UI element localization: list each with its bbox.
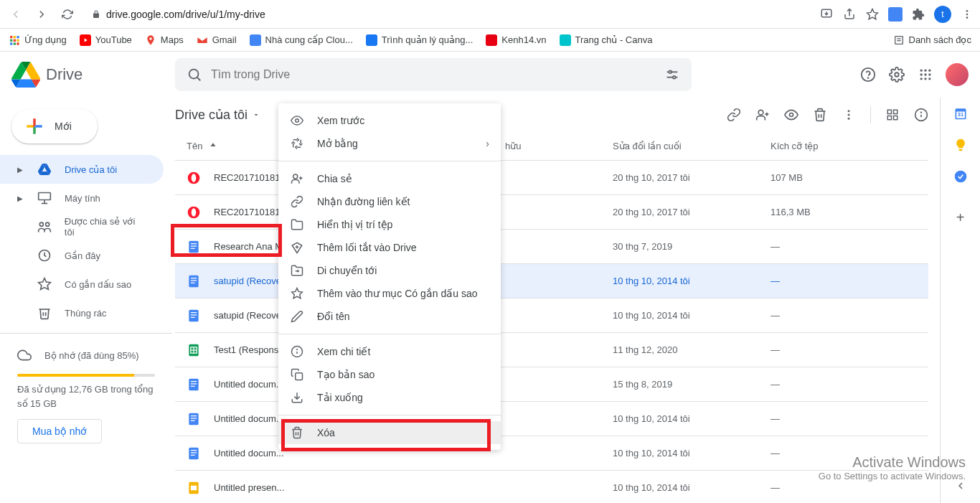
svg-line-20 [197,77,201,81]
svg-rect-11 [10,42,12,44]
svg-rect-37 [39,193,51,200]
bookmark-icon [250,34,261,46]
bookmark-item[interactable]: Gmail [197,34,237,46]
collapse-panel-icon[interactable] [955,480,966,492]
forward-button[interactable] [32,4,52,24]
breadcrumb[interactable]: Drive của tôi [175,107,260,123]
sidebar: Mới ▶Drive của tôi▶Máy tínhĐược chia sẻ … [0,98,172,503]
sidebar-item-2[interactable]: Được chia sẻ với tôi [0,212,164,241]
apps-icon [9,34,20,46]
storage-item[interactable]: Bộ nhớ (đã dùng 85%) [17,342,155,368]
submenu-arrow-icon: › [486,138,489,149]
get-link-icon[interactable] [727,108,741,122]
sidebar-item-4[interactable]: Có gắn dấu sao [0,270,164,298]
search-bar[interactable] [175,58,692,91]
ctx-download[interactable]: Tải xuống [278,386,501,409]
ctx-copy[interactable]: Tạo bản sao [278,363,501,386]
buy-storage-button[interactable]: Mua bộ nhớ [17,419,102,443]
ctx-link[interactable]: Nhận đường liên kết [278,190,501,213]
new-button[interactable]: Mới [11,109,98,144]
calendar-icon[interactable]: 31 [953,106,968,121]
bookmark-icon [560,34,571,46]
content-area: Drive của tôi Tên hữu Sửa đổi lần cuối [172,98,940,503]
bookmark-item[interactable]: YouTube [80,34,132,46]
file-modified: 10 thg 10, 2014 tôi [613,448,771,459]
trash-icon[interactable] [813,108,827,122]
sidebar-item-0[interactable]: ▶Drive của tôi [0,155,164,184]
extensions-puzzle-icon[interactable] [911,7,925,22]
ctx-label: Mở bằng [317,138,358,149]
share-icon[interactable] [842,7,857,22]
storage-text: Đã sử dụng 12,76 GB trong tổng số 15 GB [17,382,155,410]
more-icon[interactable] [842,108,856,122]
sidebar-item-3[interactable]: Gần đây [0,241,164,270]
svg-point-44 [758,110,763,115]
sidebar-item-1[interactable]: ▶Máy tính [0,184,164,212]
keep-icon[interactable] [953,138,968,152]
ctx-move[interactable]: Di chuyển tới [278,259,501,282]
ctx-open[interactable]: Mở bằng› [278,132,501,155]
search-icon [187,67,202,83]
bookmark-item[interactable]: Nhà cung cấp Clou... [250,34,353,46]
settings-icon[interactable] [888,66,905,83]
col-modified[interactable]: Sửa đổi lần cuối [613,141,771,151]
ctx-folder[interactable]: Hiển thị vị trí tệp [278,213,501,236]
info-icon [290,344,304,359]
apps-grid-icon[interactable] [917,66,934,83]
sidebar-label: Drive của tôi [65,164,117,175]
drive-logo[interactable]: Drive [11,60,169,89]
sidebar-icon [37,306,52,320]
bookmark-item[interactable]: Trang chủ - Canva [560,34,653,46]
bookmark-item[interactable]: Maps [145,34,184,46]
bookmark-icon [145,34,156,46]
svg-point-34 [920,77,923,80]
add-addon-icon[interactable]: + [953,210,968,226]
install-icon[interactable] [819,7,834,22]
ctx-info[interactable]: Xem chi tiết [278,340,501,363]
apps-shortcut[interactable]: Ứng dụng [9,34,67,46]
profile-avatar[interactable]: t [934,6,951,23]
search-input[interactable] [211,68,656,81]
help-icon[interactable] [859,66,877,83]
file-row[interactable]: Untitled presen...10 thg 10, 2014 tôi— [175,471,928,503]
file-size: — [771,344,849,355]
details-icon[interactable] [914,108,928,122]
menu-icon[interactable] [960,7,974,22]
reload-button[interactable] [57,4,77,24]
bookmark-item[interactable]: Trình quản lý quảng... [366,34,473,46]
svg-rect-51 [887,116,891,120]
bookmark-item[interactable]: Kenh14.vn [486,34,546,46]
svg-text:31: 31 [957,111,963,118]
reading-list[interactable]: Danh sách đọc [893,34,972,46]
svg-rect-82 [191,418,197,418]
star-icon[interactable] [865,7,880,22]
ctx-shortcut[interactable]: Thêm lối tắt vào Drive [278,236,501,259]
col-owner[interactable]: hữu [505,141,613,151]
col-size[interactable]: Kích cỡ tệp [771,141,849,151]
preview-eye-icon[interactable] [784,108,798,122]
ctx-share[interactable]: Chia sẻ [278,167,501,190]
ctx-eye[interactable]: Xem trước [278,109,501,132]
share-person-icon[interactable] [755,108,770,122]
ctx-pencil[interactable]: Đổi tên [278,305,501,328]
svg-rect-68 [189,309,198,321]
ctx-label: Thêm vào thư mục Có gắn dấu sao [317,288,478,299]
svg-point-40 [39,222,43,226]
svg-rect-65 [191,278,197,278]
grid-view-icon[interactable] [885,108,900,122]
sidebar-item-5[interactable]: Thùng rác [0,298,164,327]
search-options-icon[interactable] [664,67,680,83]
svg-rect-89 [191,485,197,490]
svg-rect-9 [14,39,16,41]
back-button[interactable] [6,4,26,24]
file-modified: 11 thg 12, 2020 [613,344,771,355]
address-bar[interactable]: drive.google.com/drive/u/1/my-drive [83,4,814,25]
file-modified: 10 thg 10, 2014 tôi [613,276,771,286]
tasks-icon[interactable] [953,169,968,184]
svg-rect-78 [191,383,197,384]
account-avatar[interactable] [946,63,969,86]
ctx-star[interactable]: Thêm vào thư mục Có gắn dấu sao [278,282,501,305]
svg-point-26 [868,77,869,78]
ctx-trash[interactable]: Xóa [278,421,501,444]
extension-icon[interactable] [888,7,903,22]
